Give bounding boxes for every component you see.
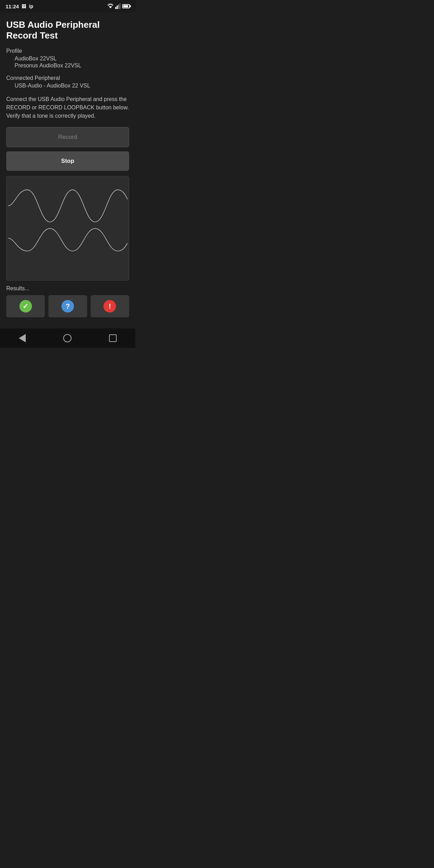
back-button[interactable] xyxy=(10,331,34,345)
check-icon: ✓ xyxy=(19,300,32,312)
result-pass-button[interactable]: ✓ xyxy=(6,295,45,317)
question-icon: ? xyxy=(61,300,74,312)
profile-section: Profile AudioBox 22VSL Presonus AudioBox… xyxy=(6,48,129,69)
back-icon xyxy=(19,334,26,342)
waveform-display xyxy=(6,176,129,281)
image-icon: 🖼 xyxy=(22,4,26,9)
recent-button[interactable] xyxy=(101,332,125,345)
home-button[interactable] xyxy=(55,331,80,345)
waveform-svg xyxy=(8,180,127,277)
status-icons xyxy=(107,3,130,9)
instruction-text: Connect the USB Audio Peripheral and pre… xyxy=(6,95,129,120)
svg-rect-1 xyxy=(115,7,116,9)
svg-rect-3 xyxy=(118,5,119,9)
status-left: 11:24 🖼 ip xyxy=(6,3,33,9)
battery-icon xyxy=(122,4,130,8)
svg-marker-0 xyxy=(109,6,112,8)
results-label: Results... xyxy=(6,285,129,292)
ip-label: ip xyxy=(29,3,33,9)
profile-label: Profile xyxy=(6,48,129,54)
record-button[interactable]: Record xyxy=(6,127,129,147)
svg-rect-2 xyxy=(117,6,118,9)
recent-icon xyxy=(109,334,117,342)
result-unknown-button[interactable]: ? xyxy=(48,295,87,317)
profile-line2: Presonus AudioBox 22VSL xyxy=(6,62,129,69)
result-fail-button[interactable]: ! xyxy=(91,295,129,317)
main-content: USB Audio Peripheral Record Test Profile… xyxy=(0,12,135,328)
app-title: USB Audio Peripheral Record Test xyxy=(6,19,129,41)
status-bar: 11:24 🖼 ip xyxy=(0,0,135,12)
wifi-icon xyxy=(107,3,114,9)
peripheral-label: Connected Peripheral xyxy=(6,75,129,81)
signal-icon xyxy=(115,3,121,9)
exclaim-icon: ! xyxy=(103,300,116,312)
stop-button[interactable]: Stop xyxy=(6,151,129,171)
profile-line1: AudioBox 22VSL xyxy=(6,56,129,62)
clock: 11:24 xyxy=(6,3,19,9)
battery-fill xyxy=(123,5,128,7)
nav-bar xyxy=(0,328,135,348)
result-buttons: ✓ ? ! xyxy=(6,295,129,317)
peripheral-value: USB-Audio - AudioBox 22 VSL xyxy=(6,83,129,89)
home-icon xyxy=(63,334,72,342)
svg-rect-4 xyxy=(119,3,120,9)
peripheral-section: Connected Peripheral USB-Audio - AudioBo… xyxy=(6,75,129,90)
